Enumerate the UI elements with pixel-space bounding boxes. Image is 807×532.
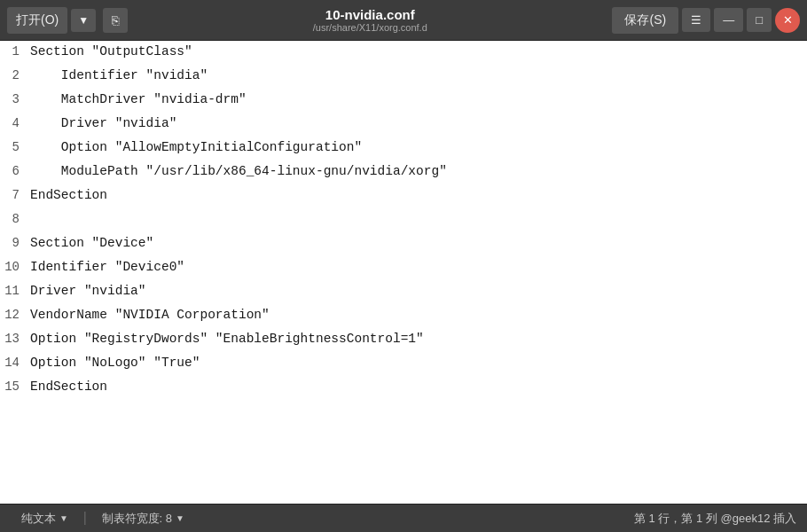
editor-content[interactable]: 1Section "OutputClass"2 Identifier "nvid… [0,41,807,504]
table-row: 1Section "OutputClass" [0,44,807,68]
tabwidth-selector[interactable]: 制表符宽度: 8 ▼ [91,511,195,527]
line-content: Section "Device" [27,236,153,250]
line-content: Section "OutputClass" [27,44,192,59]
cursor-position: 第 1 行，第 1 列 @geek12 插入 [634,511,796,527]
line-number: 12 [0,308,27,322]
line-number: 15 [0,379,27,394]
maximize-icon: □ [756,13,763,27]
line-content: Identifier "Device0" [27,260,184,274]
table-row: 12VendorName "NVIDIA Corporation" [0,308,807,332]
titlebar-right: 保存(S) ☰ — □ ✕ [612,7,800,34]
title-filename: 10-nvidia.conf [128,7,612,22]
table-row: 3 MatchDriver "nvidia-drm" [0,92,807,116]
table-row: 15EndSection [0,379,807,403]
line-content: Driver "nvidia" [27,116,176,130]
save-button[interactable]: 保存(S) [612,7,678,34]
line-number: 6 [0,164,27,178]
line-content: Driver "nvidia" [27,284,146,298]
open-label: 打开(O) [16,12,59,28]
filetype-selector[interactable]: 纯文本 ▼ [11,511,79,527]
line-content: Option "NoLogo" "True" [27,356,200,370]
titlebar-center: 10-nvidia.conf /usr/share/X11/xorg.conf.… [128,7,612,33]
editor[interactable]: 1Section "OutputClass"2 Identifier "nvid… [0,41,807,504]
line-number: 11 [0,284,27,298]
line-number: 9 [0,236,27,250]
line-content: Option "AllowEmptyInitialConfiguration" [27,140,362,154]
titlebar: 打开(O) ▼ ⎘ 10-nvidia.conf /usr/share/X11/… [0,0,807,41]
table-row: 14Option "NoLogo" "True" [0,356,807,379]
line-content: EndSection [27,188,107,202]
line-content: VendorName "NVIDIA Corporation" [27,308,270,322]
table-row: 6 ModulePath "/usr/lib/x86_64-linux-gnu/… [0,164,807,188]
line-number: 5 [0,140,27,154]
arrow-icon: ▼ [78,14,89,27]
table-row: 9Section "Device" [0,236,807,260]
line-number: 7 [0,188,27,202]
statusbar: 纯文本 ▼ | 制表符宽度: 8 ▼ 第 1 行，第 1 列 @geek12 插… [0,504,807,532]
titlebar-left: 打开(O) ▼ ⎘ [7,7,128,34]
minimize-button[interactable]: — [714,8,743,32]
table-row: 10Identifier "Device0" [0,260,807,284]
tabwidth-arrow: ▼ [176,513,184,523]
line-number: 2 [0,68,27,82]
action-icon-button[interactable]: ⎘ [103,8,128,33]
table-row: 13Option "RegistryDwords" "EnableBrightn… [0,332,807,356]
line-content: MatchDriver "nvidia-drm" [27,92,247,106]
table-row: 11Driver "nvidia" [0,284,807,308]
line-number: 10 [0,260,27,274]
close-button[interactable]: ✕ [775,8,800,33]
menu-icon: ☰ [691,13,701,27]
action-icon: ⎘ [112,13,119,27]
filetype-label: 纯文本 [21,511,56,527]
line-content: EndSection [27,379,107,394]
open-dropdown-arrow[interactable]: ▼ [71,9,96,32]
open-button[interactable]: 打开(O) [7,7,67,34]
line-number: 3 [0,92,27,106]
line-number: 4 [0,116,27,130]
table-row: 5 Option "AllowEmptyInitialConfiguration… [0,140,807,164]
filetype-arrow: ▼ [59,513,68,523]
table-row: 2 Identifier "nvidia" [0,68,807,92]
divider1: | [81,511,90,527]
menu-button[interactable]: ☰ [682,8,710,32]
table-row: 4 Driver "nvidia" [0,116,807,140]
line-number: 8 [0,212,27,226]
user-label: @geek12 [721,512,771,525]
line-content: Identifier "nvidia" [27,68,208,82]
title-filepath: /usr/share/X11/xorg.conf.d [128,22,612,33]
line-content: Option "RegistryDwords" "EnableBrightnes… [27,332,424,346]
line-content: ModulePath "/usr/lib/x86_64-linux-gnu/nv… [27,164,447,178]
maximize-button[interactable]: □ [747,8,772,32]
tabwidth-label: 制表符宽度: 8 [102,511,172,527]
table-row: 8 [0,212,807,236]
position-label: 第 1 行，第 1 列 [634,512,721,525]
insert-mode-label: 插入 [773,512,796,525]
line-number: 1 [0,44,27,59]
line-number: 14 [0,356,27,370]
table-row: 7EndSection [0,188,807,212]
minimize-icon: — [723,13,734,27]
close-icon: ✕ [783,13,793,27]
line-number: 13 [0,332,27,346]
